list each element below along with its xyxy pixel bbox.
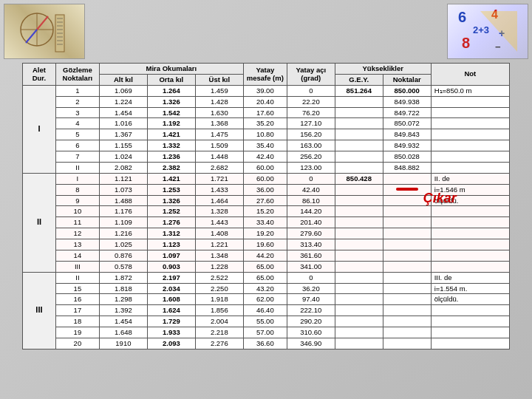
alt-cell: 0.578 bbox=[99, 261, 147, 272]
noktalar-cell: Çıkar bbox=[383, 195, 431, 206]
ust-cell: 1.328 bbox=[195, 206, 243, 217]
not-cell bbox=[431, 250, 509, 261]
gey-cell bbox=[335, 338, 383, 349]
noktalar-cell bbox=[383, 316, 431, 327]
ust-cell: 1.368 bbox=[195, 118, 243, 129]
not-cell bbox=[431, 107, 509, 118]
yatay-a-cell: 86.10 bbox=[287, 195, 335, 206]
not-cell bbox=[431, 129, 509, 140]
not-cell bbox=[431, 118, 509, 129]
table-row: 11 1.109 1.276 1.443 33.40 201.40 bbox=[23, 217, 510, 228]
not-cell bbox=[431, 327, 509, 338]
red-line-decoration bbox=[396, 188, 418, 191]
table-row: 16 1.298 1.608 1.918 62.00 97.40 ölçüldü… bbox=[23, 294, 510, 305]
alt-cell: 1.176 bbox=[99, 206, 147, 217]
ust-cell: 1.228 bbox=[195, 261, 243, 272]
ust-cell: 1.464 bbox=[195, 195, 243, 206]
nokta-cell: 3 bbox=[55, 107, 99, 118]
alt-cell: 1.298 bbox=[99, 294, 147, 305]
noktalar-cell: 848.882 bbox=[383, 162, 431, 173]
nokta-cell: 2 bbox=[55, 96, 99, 107]
table-row: I 1 1.069 1.264 1.459 39.00 0 851.264 85… bbox=[23, 85, 510, 96]
alt-cell: 1.069 bbox=[99, 85, 147, 96]
yatay-a-cell: 313.40 bbox=[287, 239, 335, 250]
section-label-ii: II bbox=[23, 173, 56, 272]
yatay-m-cell: 36.60 bbox=[243, 338, 287, 349]
yatay-a-cell: 156.20 bbox=[287, 129, 335, 140]
yatay-a-cell: 76.20 bbox=[287, 107, 335, 118]
yatay-a-cell: 279.60 bbox=[287, 228, 335, 239]
cikar-label: Çıkar bbox=[423, 190, 457, 207]
table-row: II 2.082 2.382 2.682 60.00 123.00 848.88… bbox=[23, 162, 510, 173]
yatay-m-cell: 35.20 bbox=[243, 118, 287, 129]
nokta-cell: 6 bbox=[55, 140, 99, 151]
yatay-a-cell: 0 bbox=[287, 85, 335, 96]
gey-cell bbox=[335, 305, 383, 316]
yatay-a-cell: 97.40 bbox=[287, 294, 335, 305]
table-row: 7 1.024 1.236 1.448 42.40 256.20 850.028 bbox=[23, 151, 510, 163]
yatay-m-cell: 17.60 bbox=[243, 107, 287, 118]
alt-cell: 1.121 bbox=[99, 173, 147, 184]
header-yatay-mesafe: Yatay mesafe (m) bbox=[243, 64, 287, 86]
yatay-a-cell: 201.40 bbox=[287, 217, 335, 228]
yatay-m-cell: 33.40 bbox=[243, 217, 287, 228]
yatay-m-cell: 15.20 bbox=[243, 206, 287, 217]
yatay-a-cell: 346.90 bbox=[287, 338, 335, 349]
not-cell bbox=[431, 338, 509, 349]
yatay-m-cell: 60.00 bbox=[243, 162, 287, 173]
ust-cell: 1.721 bbox=[195, 173, 243, 184]
orta-cell: 1.421 bbox=[147, 173, 195, 184]
svg-line-13 bbox=[26, 30, 37, 43]
table-row: 17 1.392 1.624 1.856 46.40 222.10 bbox=[23, 305, 510, 316]
orta-cell: 1.253 bbox=[147, 184, 195, 195]
nokta-cell: 4 bbox=[55, 118, 99, 129]
table-row: III 0.578 0.903 1.228 65.00 341.00 bbox=[23, 261, 510, 272]
section-label-i: I bbox=[23, 85, 56, 173]
alt-cell: 1.872 bbox=[99, 272, 147, 283]
alt-cell: 0.876 bbox=[99, 250, 147, 261]
not-cell bbox=[431, 96, 509, 107]
alt-cell: 1.024 bbox=[99, 151, 147, 163]
ust-cell: 1.630 bbox=[195, 107, 243, 118]
orta-cell: 1.276 bbox=[147, 217, 195, 228]
nokta-cell: II bbox=[55, 272, 99, 283]
gey-cell bbox=[335, 162, 383, 173]
alt-cell: 2.082 bbox=[99, 162, 147, 173]
noktalar-cell bbox=[383, 305, 431, 316]
nokta-cell: 17 bbox=[55, 305, 99, 316]
orta-cell: 1.624 bbox=[147, 305, 195, 316]
ust-cell: 1.475 bbox=[195, 129, 243, 140]
yatay-a-cell: 42.40 bbox=[287, 184, 335, 195]
ust-cell: 1.348 bbox=[195, 250, 243, 261]
orta-cell: 1.326 bbox=[147, 195, 195, 206]
ust-cell: 1.443 bbox=[195, 217, 243, 228]
orta-cell: 1.192 bbox=[147, 118, 195, 129]
alt-cell: 1.454 bbox=[99, 316, 147, 327]
noktalar-cell bbox=[383, 327, 431, 338]
orta-cell: 1.421 bbox=[147, 129, 195, 140]
corner-image-tl bbox=[4, 4, 85, 59]
gey-cell bbox=[335, 294, 383, 305]
gey-cell bbox=[335, 129, 383, 140]
noktalar-cell: 850.000 bbox=[383, 85, 431, 96]
survey-table: Alet Dur. Gözleme Noktaları Mira Okumala… bbox=[22, 63, 510, 349]
yatay-m-cell: 42.40 bbox=[243, 151, 287, 163]
table-row: II I 1.121 1.421 1.721 60.00 0 850.428 I… bbox=[23, 173, 510, 184]
alt-cell: 1.025 bbox=[99, 239, 147, 250]
noktalar-cell bbox=[383, 206, 431, 217]
nokta-cell: 8 bbox=[55, 184, 99, 195]
gey-cell bbox=[335, 151, 383, 163]
header-not: Not bbox=[431, 64, 509, 86]
ust-cell: 2.522 bbox=[195, 272, 243, 283]
nokta-cell: 12 bbox=[55, 228, 99, 239]
yatay-a-cell: 256.20 bbox=[287, 151, 335, 163]
orta-cell: 1.608 bbox=[147, 294, 195, 305]
ust-cell: 2.682 bbox=[195, 162, 243, 173]
yatay-a-cell: 361.60 bbox=[287, 250, 335, 261]
orta-cell: 1.264 bbox=[147, 85, 195, 96]
nokta-cell: 11 bbox=[55, 217, 99, 228]
orta-cell: 2.034 bbox=[147, 283, 195, 294]
yatay-a-cell: 222.10 bbox=[287, 305, 335, 316]
gey-cell bbox=[335, 250, 383, 261]
ust-cell: 2.004 bbox=[195, 316, 243, 327]
